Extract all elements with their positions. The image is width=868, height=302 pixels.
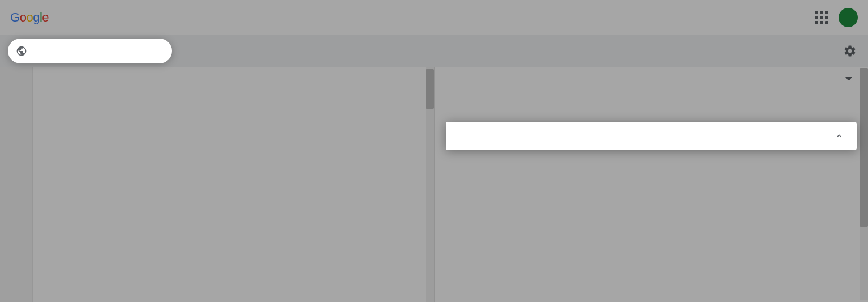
chevron-up-icon — [835, 132, 843, 140]
header-bar: Google — [0, 0, 868, 35]
url-input-container[interactable] — [8, 39, 172, 63]
toolbar — [0, 35, 868, 67]
results-scrollbar[interactable] — [860, 68, 868, 300]
avatar[interactable] — [839, 8, 858, 27]
properties-table — [435, 156, 868, 156]
code-content[interactable] — [0, 67, 434, 74]
globe-icon — [16, 45, 27, 57]
chevron-down-icon — [845, 77, 852, 84]
results-panel — [435, 67, 868, 302]
apps-icon[interactable] — [815, 11, 828, 24]
source-code-panel — [0, 67, 435, 302]
code-scrollbar[interactable] — [426, 67, 434, 302]
google-logo: Google — [10, 10, 49, 25]
results-header — [435, 67, 868, 92]
result-detail-header[interactable] — [446, 122, 857, 150]
line-gutter — [0, 67, 33, 302]
gear-icon[interactable] — [843, 44, 857, 58]
